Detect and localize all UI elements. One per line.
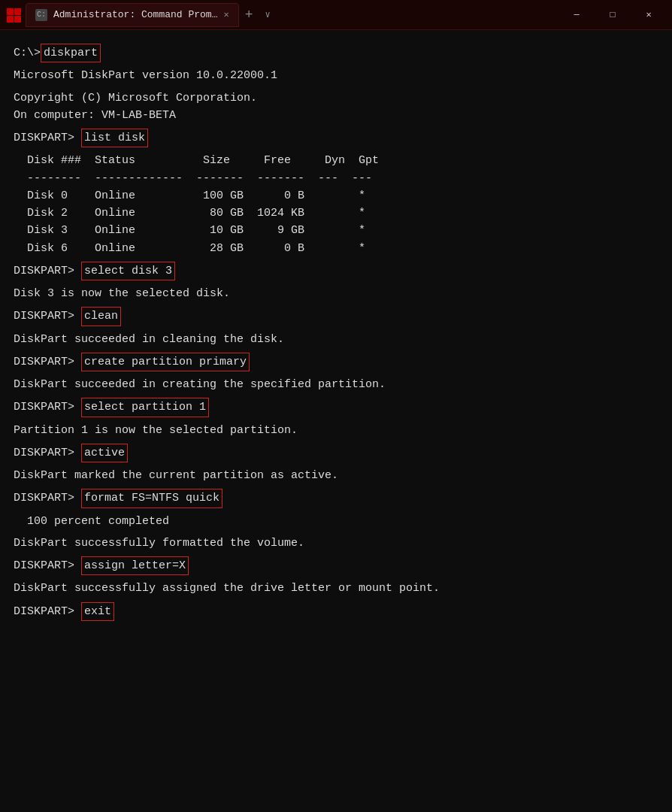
cmd-diskpart: diskpart <box>41 44 101 62</box>
disk-row-6: Disk 6 Online 28 GB 0 B * <box>14 240 658 257</box>
cmd-select-disk: select disk 3 <box>81 262 175 280</box>
cmd-active: active <box>81 444 128 462</box>
line-exit-cmd: DISKPART> exit <box>14 602 658 621</box>
cmd-tab-icon: C: <box>35 9 47 21</box>
svg-rect-3 <box>14 16 21 23</box>
cmd-list-disk: list disk <box>81 129 148 147</box>
cmd-create-partition: create partition primary <box>81 353 250 371</box>
line-clean-success: DiskPart succeeded in cleaning the disk. <box>14 331 658 348</box>
line-partition-selected: Partition 1 is now the selected partitio… <box>14 422 658 439</box>
line-select-disk-cmd: DISKPART> select disk 3 <box>14 262 658 280</box>
line-copyright: Copyright (C) Microsoft Corporation. <box>14 89 658 107</box>
line-clean-cmd: DISKPART> clean <box>14 307 658 326</box>
line-create-partition-cmd: DISKPART> create partition primary <box>14 353 658 371</box>
new-tab-button[interactable]: + <box>239 6 259 24</box>
line-diskpart-cmd: C:\>diskpart <box>14 44 658 62</box>
line-assign-cmd: DISKPART> assign letter=X <box>14 556 658 575</box>
titlebar: C: Administrator: Command Prom… ✕ + ∨ — … <box>0 0 672 30</box>
disk-row-3: Disk 3 Online 10 GB 9 GB * <box>14 222 658 239</box>
line-disk-selected: Disk 3 is now the selected disk. <box>14 285 658 302</box>
line-select-partition-cmd: DISKPART> select partition 1 <box>14 398 658 417</box>
terminal-output: C:\>diskpart Microsoft DiskPart version … <box>0 30 672 812</box>
line-assign-success: DiskPart successfully assigned the drive… <box>14 580 658 597</box>
line-format-progress: 100 percent completed <box>14 513 658 530</box>
line-list-disk-cmd: DISKPART> list disk <box>14 129 658 147</box>
cmd-exit: exit <box>81 602 114 621</box>
line-format-cmd: DISKPART> format FS=NTFS quick <box>14 489 658 508</box>
line-computer: On computer: VM-LAB-BETA <box>14 107 658 124</box>
app-icon <box>6 8 21 23</box>
close-button[interactable]: ✕ <box>631 3 666 27</box>
tab-label: Administrator: Command Prom… <box>53 9 217 20</box>
svg-rect-1 <box>14 8 21 15</box>
disk-table-sep: -------- ------------- ------- ------- -… <box>14 170 658 187</box>
line-format-success: DiskPart successfully formatted the volu… <box>14 535 658 552</box>
cmd-select-partition: select partition 1 <box>81 398 209 417</box>
svg-rect-0 <box>7 8 14 15</box>
tab-dropdown-button[interactable]: ∨ <box>259 8 276 22</box>
disk-row-2: Disk 2 Online 80 GB 1024 KB * <box>14 205 658 222</box>
disk-row-0: Disk 0 Online 100 GB 0 B * <box>14 187 658 205</box>
line-active-success: DiskPart marked the current partition as… <box>14 467 658 484</box>
line-partition-success: DiskPart succeeded in creating the speci… <box>14 376 658 393</box>
line-active-cmd: DISKPART> active <box>14 444 658 462</box>
tab-area: C: Administrator: Command Prom… ✕ + ∨ <box>26 3 553 27</box>
line-version: Microsoft DiskPart version 10.0.22000.1 <box>14 67 658 84</box>
cmd-format: format FS=NTFS quick <box>81 489 222 508</box>
cmd-clean: clean <box>81 307 121 326</box>
cmd-assign: assign letter=X <box>81 556 189 575</box>
tab-command-prompt[interactable]: C: Administrator: Command Prom… ✕ <box>26 3 239 27</box>
svg-rect-2 <box>7 16 14 23</box>
tab-close-button[interactable]: ✕ <box>223 9 229 20</box>
minimize-button[interactable]: — <box>559 3 594 27</box>
disk-table-header: Disk ### Status Size Free Dyn Gpt <box>14 152 658 169</box>
window-controls: — □ ✕ <box>559 3 666 27</box>
maximize-button[interactable]: □ <box>595 3 630 27</box>
